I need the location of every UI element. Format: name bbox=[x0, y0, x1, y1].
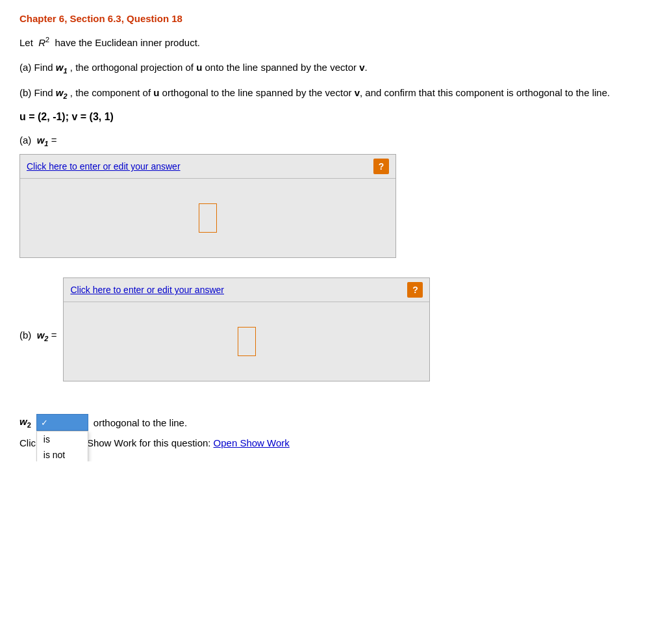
r2-symbol: R2 bbox=[38, 37, 49, 48]
help-button-a[interactable]: ? bbox=[373, 159, 389, 174]
w1-symbol: w1 bbox=[56, 62, 68, 73]
dropdown-menu[interactable]: is is not bbox=[36, 431, 88, 461]
intro-rest: have the Euclidean inner product. bbox=[55, 37, 200, 48]
matrix-placeholder-a bbox=[199, 203, 217, 233]
answer-box-a-body bbox=[20, 179, 395, 257]
dropdown-option-is[interactable]: is bbox=[37, 431, 88, 447]
answer-box-a[interactable]: Click here to enter or edit your answer … bbox=[19, 154, 396, 258]
bottom-section: w2 ✓ is is not orthogonal to the line. bbox=[19, 414, 646, 431]
check-icon: ✓ bbox=[41, 418, 48, 428]
w2-bottom-label: w2 bbox=[19, 416, 31, 429]
part-b-description: (b) Find w2 , the component of u orthogo… bbox=[19, 85, 646, 103]
equation: u = (2, -1); v = (3, 1) bbox=[19, 111, 646, 123]
dropdown-option-is-not[interactable]: is not bbox=[37, 447, 88, 461]
click-row: Click uld like to Show Work for this que… bbox=[19, 437, 646, 448]
open-show-work-link[interactable]: Open Show Work bbox=[214, 437, 290, 448]
answer-box-b-top: Click here to enter or edit your answer … bbox=[64, 278, 429, 302]
chapter-title: Chapter 6, Section 6.3, Question 18 bbox=[19, 13, 646, 24]
answer-link-b[interactable]: Click here to enter or edit your answer bbox=[70, 285, 224, 295]
answer-link-a[interactable]: Click here to enter or edit your answer bbox=[27, 161, 181, 172]
part-b-row: (b) w2 = Click here to enter or edit you… bbox=[19, 277, 646, 401]
part-a-label: (a) w1 = bbox=[19, 135, 646, 148]
part-b-label: (b) w2 = bbox=[19, 329, 56, 342]
r2-exponent: 2 bbox=[45, 36, 49, 44]
dropdown-container[interactable]: ✓ is is not bbox=[36, 414, 88, 431]
orthogonal-text: orthogonal to the line. bbox=[94, 417, 187, 428]
dropdown-selected[interactable]: ✓ bbox=[36, 414, 88, 431]
show-work-label: Show Work for this question: bbox=[87, 437, 211, 448]
matrix-placeholder-b bbox=[238, 327, 256, 356]
intro-text: Let R2 have the Euclidean inner product. bbox=[19, 36, 646, 48]
answer-box-b-body bbox=[64, 302, 429, 380]
help-button-b[interactable]: ? bbox=[407, 282, 423, 298]
answer-box-a-top: Click here to enter or edit your answer … bbox=[20, 155, 395, 179]
w2-symbol-desc: w2 bbox=[56, 87, 68, 98]
answer-box-b[interactable]: Click here to enter or edit your answer … bbox=[63, 277, 430, 381]
part-a-description: (a) Find w1 , the orthogonal projection … bbox=[19, 60, 646, 77]
